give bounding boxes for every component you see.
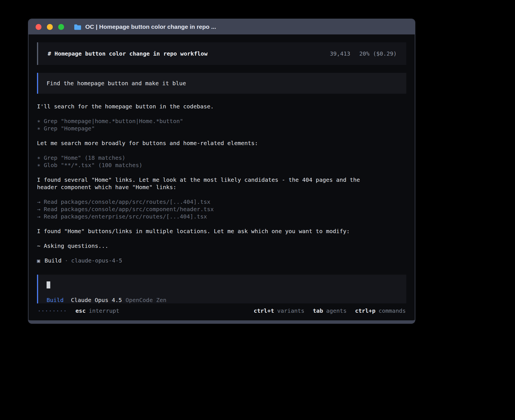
agent-model: claude-opus-4-5 <box>71 257 122 264</box>
folder-icon <box>74 24 81 30</box>
model-name: Claude Opus 4.5 <box>71 297 122 303</box>
assistant-text: Let me search more broadly for buttons a… <box>37 139 379 147</box>
user-message: Find the homepage button and make it blu… <box>37 73 406 94</box>
tool-call-glob: ∗ Glob "**/*.tsx" (100 matches) <box>37 161 379 169</box>
assistant-text: I found "Home" buttons/links in multiple… <box>37 228 379 235</box>
prompt-input[interactable]: BuildClaude Opus 4.5OpenCode Zen <box>37 275 406 303</box>
tool-call-grep: ∗ Grep "Homepage" <box>37 125 379 132</box>
session-stats: 39,41320% ($0.29) <box>330 50 397 57</box>
hint-agents: tabagents <box>313 307 346 314</box>
esc-key: esc <box>75 307 86 314</box>
assistant-text: I'll search for the homepage button in t… <box>37 103 379 110</box>
title-bar: OC | Homepage button color change in rep… <box>29 19 415 34</box>
tool-call-read: → Read packages/console/app/src/componen… <box>37 205 379 213</box>
status-bar: ········ escinterrupt ctrl+tvariants tab… <box>29 303 415 320</box>
session-title: # Homepage button color change in repo w… <box>48 50 208 57</box>
tool-call-read: → Read packages/enterprise/src/routes/[.… <box>37 213 379 220</box>
hint-variants: ctrl+tvariants <box>254 307 304 314</box>
status-bar-right: ctrl+tvariants tabagents ctrl+pcommands <box>254 307 406 314</box>
assistant-response: I'll search for the homepage button in t… <box>37 103 406 264</box>
agent-status-line: ▣ Build · claude-opus-4-5 <box>37 257 406 264</box>
commands-label: commands <box>379 307 406 314</box>
close-button[interactable] <box>36 24 42 30</box>
agents-label: agents <box>326 307 346 314</box>
context-usage: 20% ($0.29) <box>359 50 397 57</box>
user-message-text: Find the homepage button and make it blu… <box>47 80 186 87</box>
assistant-status-text: ~ Asking questions... <box>37 242 379 250</box>
tool-call-group: ∗ Grep "homepage|home.*button|Home.*butt… <box>37 117 406 132</box>
agent-status-icon: ▣ <box>37 257 40 264</box>
agent-name: Build <box>45 257 62 264</box>
terminal-content: # Homepage button color change in repo w… <box>29 34 415 303</box>
tool-call-group: ∗ Grep "Home" (18 matches) ∗ Glob "**/*.… <box>37 154 406 169</box>
agent-separator: · <box>65 257 68 264</box>
zoom-button[interactable] <box>58 24 64 30</box>
esc-label: interrupt <box>89 307 119 314</box>
ctrl-t-key: ctrl+t <box>254 307 274 314</box>
cursor-block <box>47 281 50 288</box>
session-header: # Homepage button color change in repo w… <box>37 42 406 65</box>
agent-mode-label: Build <box>47 297 64 303</box>
tool-call-grep: ∗ Grep "Home" (18 matches) <box>37 154 379 161</box>
tab-key: tab <box>313 307 323 314</box>
hint-interrupt: escinterrupt <box>75 307 119 314</box>
ctrl-p-key: ctrl+p <box>355 307 375 314</box>
hint-commands: ctrl+pcommands <box>355 307 406 314</box>
terminal-window: OC | Homepage button color change in rep… <box>28 19 415 324</box>
variants-label: variants <box>277 307 304 314</box>
token-count: 39,413 <box>330 50 350 57</box>
spinner-dots: ········ <box>38 307 67 314</box>
minimize-button[interactable] <box>47 24 53 30</box>
tool-call-group: → Read packages/console/app/src/routes/[… <box>37 198 406 220</box>
window-title: OC | Homepage button color change in rep… <box>85 23 216 30</box>
tool-call-read: → Read packages/console/app/src/routes/[… <box>37 198 379 205</box>
model-status-line: BuildClaude Opus 4.5OpenCode Zen <box>47 296 398 303</box>
provider-name: OpenCode Zen <box>126 297 167 303</box>
tool-call-grep: ∗ Grep "homepage|home.*button|Home.*butt… <box>37 117 379 125</box>
assistant-text: I found several "Home" links. Let me loo… <box>37 176 379 191</box>
